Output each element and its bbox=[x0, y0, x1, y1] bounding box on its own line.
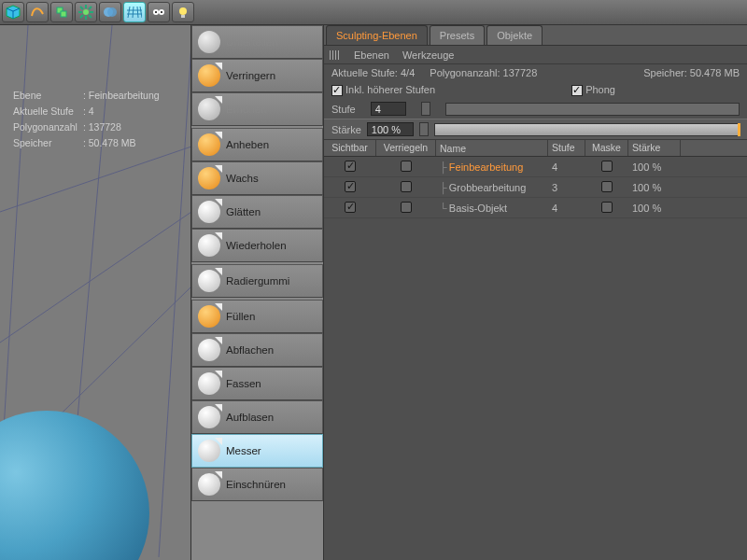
tool-einschnueren[interactable]: Einschnüren bbox=[191, 468, 323, 501]
grip-icon bbox=[330, 50, 341, 60]
tool-erhoehen[interactable]: Erhöhen bbox=[191, 92, 323, 126]
mask-checkbox[interactable] bbox=[601, 202, 613, 213]
sculpting-panel: Sculpting-Ebenen Presets Objekte Ebenen … bbox=[324, 25, 747, 560]
tree-branch-icon: └ bbox=[440, 203, 447, 214]
options-row: Inkl. höherer Stufen Phong bbox=[324, 81, 747, 99]
lock-checkbox[interactable] bbox=[401, 161, 412, 172]
layer-stufe: 4 bbox=[548, 161, 585, 173]
layer-strength: 100 % bbox=[628, 161, 681, 173]
tool-messer[interactable]: Messer bbox=[191, 434, 323, 468]
svg-line-17 bbox=[128, 7, 130, 18]
layer-strength: 100 % bbox=[628, 203, 681, 214]
stufe-input[interactable]: 4 bbox=[371, 102, 406, 116]
svg-point-25 bbox=[179, 7, 187, 15]
svg-point-14 bbox=[107, 7, 117, 17]
tool-grid-icon[interactable] bbox=[123, 2, 146, 22]
tree-branch-icon: ├ bbox=[440, 161, 447, 173]
svg-line-9 bbox=[80, 7, 83, 9]
svg-line-10 bbox=[89, 15, 92, 18]
tool-cloner-icon[interactable] bbox=[50, 2, 73, 22]
layer-stufe: 3 bbox=[548, 182, 585, 193]
tool-eyes-icon[interactable] bbox=[148, 2, 170, 22]
staerke-spinner[interactable] bbox=[419, 122, 429, 136]
mask-checkbox[interactable] bbox=[601, 181, 613, 192]
lock-checkbox[interactable] bbox=[401, 202, 412, 213]
layer-table-header: Sichtbar Verriegeln Name Stufe Maske Stä… bbox=[324, 140, 747, 157]
table-row[interactable]: └Basis-Objekt4100 % bbox=[324, 198, 747, 218]
stufe-row: Stufe 4 bbox=[324, 99, 747, 119]
subtab-ebenen[interactable]: Ebenen bbox=[354, 49, 389, 61]
layer-name[interactable]: Grobbearbeitung bbox=[449, 182, 527, 193]
svg-line-28 bbox=[0, 212, 191, 343]
tool-panel: Unterteilen Verringern Erhöhen Anheben W… bbox=[191, 25, 324, 560]
tool-curve-icon[interactable] bbox=[26, 2, 49, 22]
tool-abflachen[interactable]: Abflachen bbox=[191, 333, 323, 367]
subtab-werkzeuge[interactable]: Werkzeuge bbox=[402, 49, 454, 61]
layer-name[interactable]: Basis-Objekt bbox=[449, 203, 507, 214]
staerke-label: Stärke bbox=[331, 124, 361, 135]
tool-fassen[interactable]: Fassen bbox=[191, 367, 323, 400]
panel-tabbar: Sculpting-Ebenen Presets Objekte bbox=[324, 25, 747, 46]
tool-wachs[interactable]: Wachs bbox=[191, 161, 323, 195]
strength-row: Stärke 100 % bbox=[324, 119, 747, 140]
svg-line-11 bbox=[80, 15, 83, 18]
visible-checkbox[interactable] bbox=[345, 181, 356, 192]
tool-aufblasen[interactable]: Aufblasen bbox=[191, 400, 323, 434]
staerke-slider[interactable] bbox=[434, 123, 740, 136]
chk-inkl-hoeherer-stufen[interactable]: Inkl. höherer Stufen bbox=[331, 84, 435, 96]
tab-sculpting-ebenen[interactable]: Sculpting-Ebenen bbox=[326, 25, 428, 45]
top-toolbar bbox=[0, 0, 747, 25]
svg-point-24 bbox=[161, 11, 162, 13]
tab-objekte[interactable]: Objekte bbox=[486, 25, 543, 45]
tool-verringern[interactable]: Verringern bbox=[191, 59, 323, 92]
viewport-hud: Ebene: Feinbearbeitung Aktuelle Stufe: 4… bbox=[11, 87, 165, 152]
tool-unterteilen[interactable]: Unterteilen bbox=[191, 25, 323, 59]
svg-line-19 bbox=[137, 7, 138, 18]
chk-phong[interactable]: Phong bbox=[571, 84, 615, 96]
layer-table: Sichtbar Verriegeln Name Stufe Maske Stä… bbox=[324, 140, 747, 560]
lock-checkbox[interactable] bbox=[401, 181, 412, 192]
svg-line-27 bbox=[0, 147, 191, 212]
visible-checkbox[interactable] bbox=[345, 161, 356, 172]
tree-branch-icon: ├ bbox=[440, 182, 447, 193]
mask-checkbox[interactable] bbox=[601, 161, 613, 172]
viewport[interactable]: Ebene: Feinbearbeitung Aktuelle Stufe: 4… bbox=[0, 25, 191, 560]
visible-checkbox[interactable] bbox=[345, 202, 356, 213]
stufe-slider[interactable] bbox=[445, 103, 740, 116]
svg-rect-26 bbox=[181, 15, 185, 18]
tool-glaetten[interactable]: Glätten bbox=[191, 195, 323, 229]
layer-strength: 100 % bbox=[628, 182, 681, 193]
panel-subtabs: Ebenen Werkzeuge bbox=[324, 46, 747, 64]
tool-light-icon[interactable] bbox=[172, 2, 194, 22]
staerke-input[interactable]: 100 % bbox=[367, 122, 414, 136]
table-row[interactable]: ├Grobbearbeitung3100 % bbox=[324, 177, 747, 198]
stufe-spinner[interactable] bbox=[421, 102, 430, 116]
tool-cube-icon[interactable] bbox=[2, 2, 24, 22]
layer-stufe: 4 bbox=[548, 203, 585, 214]
tool-radiergummi[interactable]: Radiergummi bbox=[191, 264, 323, 298]
tool-anheben[interactable]: Anheben bbox=[191, 128, 323, 161]
stufe-label: Stufe bbox=[331, 104, 356, 115]
svg-point-4 bbox=[83, 9, 89, 15]
tool-fuellen[interactable]: Füllen bbox=[191, 300, 323, 333]
svg-point-23 bbox=[155, 11, 157, 13]
table-row[interactable]: ├Feinbearbeitung4100 % bbox=[324, 157, 747, 177]
tool-gear-icon[interactable] bbox=[75, 2, 97, 22]
layer-name[interactable]: Feinbearbeitung bbox=[449, 161, 524, 173]
tool-wiederholen[interactable]: Wiederholen bbox=[191, 229, 323, 262]
info-row: Aktuelle Stufe: 4/4 Polygonanzahl: 13772… bbox=[324, 64, 747, 81]
tool-boolean-icon[interactable] bbox=[99, 2, 121, 22]
svg-line-20 bbox=[140, 7, 142, 18]
svg-rect-3 bbox=[61, 11, 66, 17]
tab-presets[interactable]: Presets bbox=[430, 25, 485, 45]
svg-line-18 bbox=[133, 7, 134, 18]
svg-line-12 bbox=[89, 7, 92, 9]
